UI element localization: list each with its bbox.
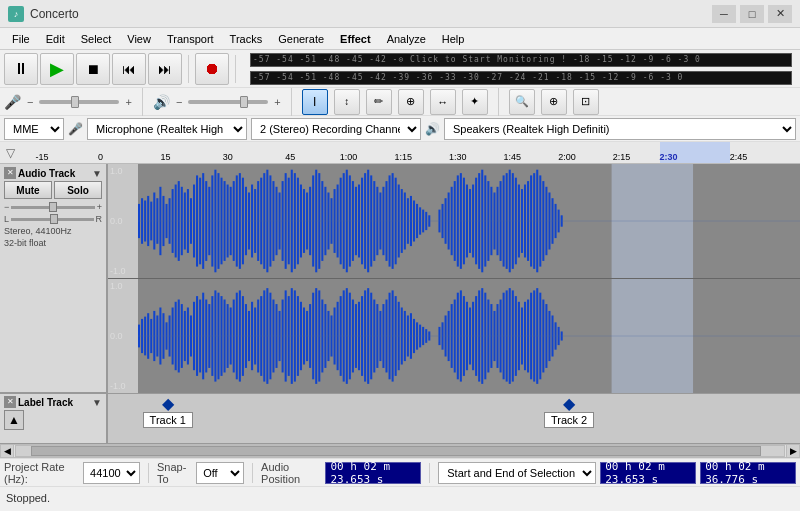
track-info-line2: 32-bit float (4, 238, 102, 250)
record-button[interactable]: ⏺ (195, 53, 229, 85)
menu-tracks[interactable]: Tracks (222, 31, 271, 47)
pan-thumb[interactable] (50, 214, 58, 224)
waveform-bottom-svg (138, 279, 800, 393)
pan-slider[interactable] (11, 218, 93, 221)
gain-slider[interactable] (11, 206, 94, 209)
vu-meter-top[interactable]: -57 -54 -51 -48 -45 -42 -⊙ Click to Star… (250, 53, 792, 67)
y-top-1: 1.0 (108, 166, 138, 176)
menu-bar: File Edit Select View Transport Tracks G… (0, 28, 800, 50)
menu-select[interactable]: Select (73, 31, 120, 47)
scroll-left-button[interactable]: ◀ (0, 444, 14, 458)
scroll-track[interactable] (15, 445, 785, 457)
zoom-tool-button[interactable]: ⊕ (398, 89, 424, 115)
label-box-track1[interactable]: Track 1 (143, 412, 193, 428)
gain-max-label: + (97, 202, 102, 212)
menu-effect[interactable]: Effect (332, 31, 379, 47)
fit-button[interactable]: ⊡ (573, 89, 599, 115)
track-close-button[interactable]: ✕ (4, 167, 16, 179)
transport-toolbar: ⏸ ▶ ⏹ ⏮ ⏭ ⏺ -57 -54 -51 -48 -45 -42 -⊙ C… (0, 50, 800, 88)
maximize-button[interactable]: □ (740, 5, 764, 23)
zoom-in-button[interactable]: 🔍 (509, 89, 535, 115)
selection-highlight (660, 142, 730, 164)
audio-position-label: Audio Position (261, 461, 321, 485)
selection-end-display[interactable]: 00 h 02 m 36.776 s (700, 462, 796, 484)
track-info: Stereo, 44100Hz 32-bit float (4, 226, 102, 249)
output-volume-thumb[interactable] (240, 96, 248, 108)
menu-generate[interactable]: Generate (270, 31, 332, 47)
app-title: Concerto (30, 7, 712, 21)
solo-button[interactable]: Solo (54, 181, 102, 199)
menu-analyze[interactable]: Analyze (379, 31, 434, 47)
footer-controls: Project Rate (Hz): 44100 Snap-To Off Aud… (0, 458, 800, 486)
pan-left-label: L (4, 214, 9, 224)
timeshift-tool-button[interactable]: ↔ (430, 89, 456, 115)
channels-select[interactable]: 2 (Stereo) Recording Channels (251, 118, 421, 140)
close-button[interactable]: ✕ (768, 5, 792, 23)
label-track-content[interactable]: ◆ Track 1 ◆ Track 2 (108, 394, 800, 443)
y-top-2: 1.0 (108, 281, 138, 291)
menu-edit[interactable]: Edit (38, 31, 73, 47)
snap-to-select[interactable]: Off (196, 462, 244, 484)
ruler-arrow: ▽ (0, 142, 20, 164)
mic-device-icon: 🎤 (68, 122, 83, 136)
prev-button[interactable]: ⏮ (112, 53, 146, 85)
volume-slider[interactable] (39, 100, 119, 104)
selection-type-select[interactable]: Start and End of Selection (438, 462, 596, 484)
multi-tool-button[interactable]: ✦ (462, 89, 488, 115)
y-bot-2: -1.0 (108, 381, 138, 391)
label-item-track1[interactable]: ◆ Track 1 (143, 396, 193, 428)
output-volume-slider[interactable] (188, 100, 268, 104)
audio-track-controls: ✕ Audio Track ▼ Mute Solo − + L R (0, 164, 106, 393)
snap-to-label: Snap-To (157, 461, 192, 485)
menu-view[interactable]: View (119, 31, 159, 47)
vu-meter-bottom[interactable]: -57 -54 -51 -48 -45 -42 -39 -36 -33 -30 … (250, 71, 792, 85)
stop-button[interactable]: ⏹ (76, 53, 110, 85)
track-menu-arrow[interactable]: ▼ (92, 168, 102, 179)
separator-2 (235, 55, 236, 83)
status-text: Stopped. (6, 492, 50, 504)
selection-start-display[interactable]: 00 h 02 m 23.653 s (600, 462, 696, 484)
volume-thumb[interactable] (71, 96, 79, 108)
menu-file[interactable]: File (4, 31, 38, 47)
next-button[interactable]: ⏭ (148, 53, 182, 85)
zoom-out-button[interactable]: ⊕ (541, 89, 567, 115)
separator-1 (188, 55, 189, 83)
scroll-thumb[interactable] (31, 446, 761, 456)
audio-host-select[interactable]: MME (4, 118, 64, 140)
envelope-tool-button[interactable]: ↕ (334, 89, 360, 115)
label-item-track2[interactable]: ◆ Track 2 (544, 396, 594, 428)
project-rate-select[interactable]: 44100 (83, 462, 140, 484)
y-mid-1: 0.0 (108, 216, 138, 226)
pause-button[interactable]: ⏸ (4, 53, 38, 85)
minimize-button[interactable]: ─ (712, 5, 736, 23)
label-track-close-button[interactable]: ✕ (4, 396, 16, 408)
tick-1:15: 1:15 (394, 152, 412, 162)
scroll-right-button[interactable]: ▶ (786, 444, 800, 458)
vu-scale-top: -57 -54 -51 -48 -45 -42 -⊙ Click to Star… (253, 55, 701, 64)
waveform-top[interactable] (138, 164, 800, 279)
h-scrollbar[interactable]: ◀ ▶ (0, 444, 800, 458)
select-tool-button[interactable]: I (302, 89, 328, 115)
audio-position-display[interactable]: 00 h 02 m 23.653 s (325, 462, 421, 484)
play-button[interactable]: ▶ (40, 53, 74, 85)
footer-sep-2 (252, 463, 253, 483)
label-pin-2: ◆ (563, 396, 575, 412)
speaker-device-icon: 🔊 (425, 122, 440, 136)
mute-button[interactable]: Mute (4, 181, 52, 199)
tick-1:45: 1:45 (504, 152, 522, 162)
waveform-bottom[interactable] (138, 279, 800, 393)
gain-thumb[interactable] (49, 202, 57, 212)
output-vol-max: + (274, 96, 280, 108)
label-track-up-button[interactable]: ▲ (4, 410, 24, 430)
volume-min: − (27, 96, 33, 108)
waveform-top-svg (138, 164, 800, 278)
label-box-track2[interactable]: Track 2 (544, 412, 594, 428)
separator-vol (142, 88, 143, 116)
draw-tool-button[interactable]: ✏ (366, 89, 392, 115)
timeline-ruler[interactable]: ▽ -15 0 15 30 45 1:00 1:15 1:30 1:45 2:0… (0, 142, 800, 164)
menu-transport[interactable]: Transport (159, 31, 222, 47)
input-device-select[interactable]: Microphone (Realtek High Defini (87, 118, 247, 140)
label-track-arrow[interactable]: ▼ (92, 397, 102, 408)
output-device-select[interactable]: Speakers (Realtek High Definiti) (444, 118, 796, 140)
menu-help[interactable]: Help (434, 31, 473, 47)
